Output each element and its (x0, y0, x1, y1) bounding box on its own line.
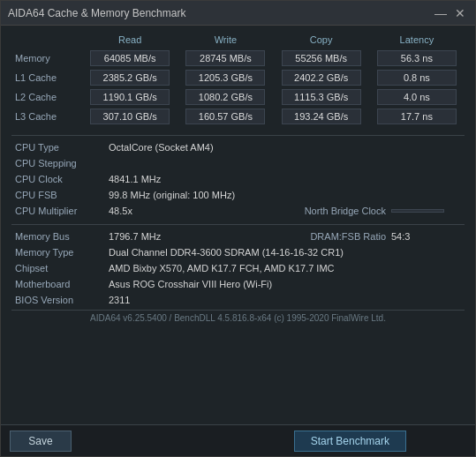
table-row: L3 Cache307.10 GB/s160.57 GB/s193.24 GB/… (11, 107, 465, 126)
save-button[interactable]: Save (10, 431, 72, 452)
cell-write: 1205.3 GB/s (178, 68, 273, 87)
table-row: L1 Cache2385.2 GB/s1205.3 GB/s2402.2 GB/… (11, 68, 465, 87)
value-box-latency: 0.8 ns (377, 70, 457, 86)
cell-write: 160.57 GB/s (178, 107, 273, 126)
cpu-multiplier-value: 48.5x (109, 206, 285, 216)
close-button[interactable]: ✕ (452, 5, 468, 21)
col-copy: Copy (274, 33, 369, 49)
cpu-type-value: OctalCore (Socket AM4) (109, 142, 465, 153)
motherboard-row: Motherboard Asus ROG Crosshair VIII Hero… (11, 276, 465, 292)
title-bar: AIDA64 Cache & Memory Benchmark — ✕ (1, 1, 475, 26)
cpu-type-label: CPU Type (11, 142, 109, 153)
cell-latency: 17.7 ns (369, 107, 465, 126)
bios-row: BIOS Version 2311 (11, 292, 465, 308)
cell-read: 64085 MB/s (82, 49, 178, 68)
cpu-clock-label: CPU Clock (11, 174, 109, 184)
cell-latency: 4.0 ns (369, 87, 465, 107)
cell-write: 1080.2 GB/s (178, 87, 273, 107)
memory-type-value: Dual Channel DDR4-3600 SDRAM (14-16-16-3… (109, 247, 465, 258)
value-box-copy: 2402.2 GB/s (282, 70, 361, 86)
cpu-clock-row: CPU Clock 4841.1 MHz (11, 171, 465, 187)
value-box-copy: 55256 MB/s (282, 50, 361, 66)
value-box-copy: 193.24 GB/s (282, 109, 361, 124)
dram-ratio-label: DRAM:FSB Ratio (285, 231, 391, 242)
title-bar-buttons: — ✕ (433, 5, 468, 21)
main-window: AIDA64 Cache & Memory Benchmark — ✕ Read… (0, 0, 476, 457)
memory-bus-value: 1796.7 MHz (109, 231, 285, 242)
minimize-button[interactable]: — (433, 5, 449, 21)
chipset-value: AMD Bixby X570, AMD K17.7 FCH, AMD K17.7… (109, 263, 465, 273)
cell-copy: 193.24 GB/s (274, 107, 369, 126)
col-write: Write (178, 33, 273, 49)
dram-ratio-value: 54:3 (391, 231, 410, 242)
bios-label: BIOS Version (11, 295, 109, 305)
value-box-read: 64085 MB/s (90, 50, 170, 66)
divider-2 (11, 224, 465, 225)
table-row: L2 Cache1190.1 GB/s1080.2 GB/s1115.3 GB/… (11, 87, 465, 107)
memory-bus-label: Memory Bus (11, 231, 109, 242)
cpu-clock-value: 4841.1 MHz (109, 174, 465, 184)
value-box-latency: 56.3 ns (377, 50, 457, 66)
info-section: CPU Type OctalCore (Socket AM4) CPU Step… (11, 139, 465, 219)
value-box-copy: 1115.3 GB/s (282, 89, 361, 105)
cpu-fsb-row: CPU FSB 99.8 MHz (original: 100 MHz) (11, 187, 465, 203)
divider-1 (11, 135, 465, 136)
value-box-write: 1080.2 GB/s (185, 89, 265, 105)
value-box-latency: 17.7 ns (377, 109, 457, 124)
bottom-bar: Save Start Benchmark (1, 424, 475, 456)
window-title: AIDA64 Cache & Memory Benchmark (8, 7, 185, 19)
col-latency: Latency (369, 33, 465, 49)
cpu-type-row: CPU Type OctalCore (Socket AM4) (11, 139, 465, 155)
row-label: L3 Cache (11, 107, 82, 126)
value-box-read: 1190.1 GB/s (90, 89, 170, 105)
row-label: Memory (11, 49, 82, 68)
benchmark-table: Read Write Copy Latency Memory64085 MB/s… (11, 33, 465, 126)
cell-read: 307.10 GB/s (82, 107, 178, 126)
row-label: L1 Cache (11, 68, 82, 87)
nb-clock-value (391, 209, 444, 213)
motherboard-value: Asus ROG Crosshair VIII Hero (Wi-Fi) (109, 279, 465, 289)
cpu-multiplier-row: CPU Multiplier 48.5x North Bridge Clock (11, 203, 465, 219)
chipset-row: Chipset AMD Bixby X570, AMD K17.7 FCH, A… (11, 260, 465, 276)
table-row: Memory64085 MB/s28745 MB/s55256 MB/s56.3… (11, 49, 465, 68)
bios-value: 2311 (109, 295, 465, 305)
start-benchmark-button[interactable]: Start Benchmark (294, 431, 406, 452)
footer-text: AIDA64 v6.25.5400 / BenchDLL 4.5.816.8-x… (11, 310, 465, 326)
cell-copy: 1115.3 GB/s (274, 87, 369, 107)
cell-write: 28745 MB/s (178, 49, 273, 68)
memory-bus-row: Memory Bus 1796.7 MHz DRAM:FSB Ratio 54:… (11, 228, 465, 244)
nb-clock-label: North Bridge Clock (285, 206, 391, 216)
cell-latency: 56.3 ns (369, 49, 465, 68)
cpu-fsb-value: 99.8 MHz (original: 100 MHz) (109, 190, 465, 200)
memory-type-label: Memory Type (11, 247, 109, 258)
cpu-multiplier-label: CPU Multiplier (11, 206, 109, 216)
value-box-latency: 4.0 ns (377, 89, 457, 105)
value-box-write: 160.57 GB/s (185, 109, 265, 124)
value-box-write: 28745 MB/s (185, 50, 265, 66)
col-read: Read (82, 33, 178, 49)
value-box-read: 307.10 GB/s (90, 109, 170, 124)
chipset-label: Chipset (11, 263, 109, 273)
value-box-read: 2385.2 GB/s (90, 70, 170, 86)
motherboard-label: Motherboard (11, 279, 109, 289)
cell-latency: 0.8 ns (369, 68, 465, 87)
cell-read: 1190.1 GB/s (82, 87, 178, 107)
system-info-section: Memory Bus 1796.7 MHz DRAM:FSB Ratio 54:… (11, 228, 465, 308)
row-label: L2 Cache (11, 87, 82, 107)
cpu-stepping-label: CPU Stepping (11, 158, 109, 169)
cell-copy: 2402.2 GB/s (274, 68, 369, 87)
cpu-stepping-row: CPU Stepping (11, 155, 465, 171)
value-box-write: 1205.3 GB/s (185, 70, 265, 86)
cell-copy: 55256 MB/s (274, 49, 369, 68)
cell-read: 2385.2 GB/s (82, 68, 178, 87)
content-area: Read Write Copy Latency Memory64085 MB/s… (1, 26, 475, 424)
memory-type-row: Memory Type Dual Channel DDR4-3600 SDRAM… (11, 244, 465, 260)
cpu-fsb-label: CPU FSB (11, 190, 109, 200)
